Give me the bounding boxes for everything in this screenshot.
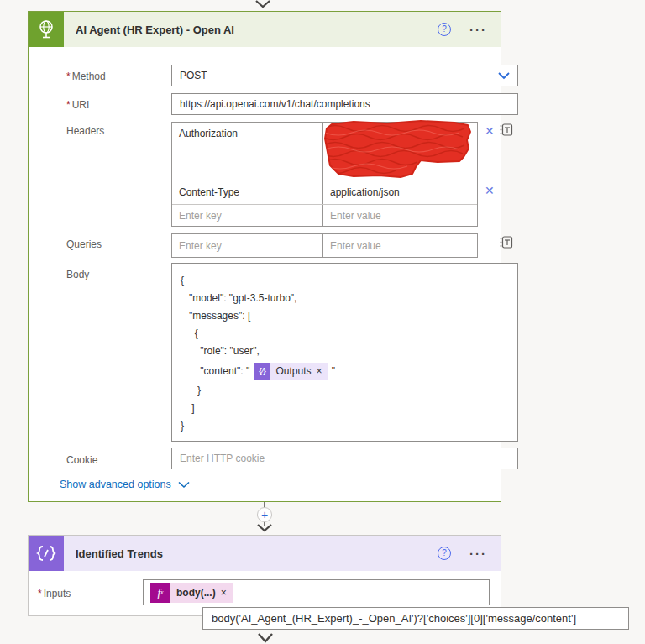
queries-table xyxy=(171,233,478,258)
chevron-down-icon[interactable] xyxy=(497,71,511,80)
body-code-line: "messages": [ xyxy=(181,307,517,325)
ellipsis-menu-icon[interactable]: ··· xyxy=(469,23,487,37)
method-value: POST xyxy=(180,70,207,81)
connector-arrow-icon xyxy=(256,522,273,532)
compose-card-header[interactable]: Identified Trends ? ··· xyxy=(29,536,501,571)
body-code-line: "model": "gpt-3.5-turbo", xyxy=(181,290,517,307)
method-label: *Method xyxy=(66,71,106,82)
connector-arrow-top-icon xyxy=(254,0,271,8)
help-icon[interactable]: ? xyxy=(438,23,451,36)
header-key-cell xyxy=(172,205,323,226)
show-advanced-options-link[interactable]: Show advanced options xyxy=(60,479,190,490)
expression-token-label: body(...) xyxy=(176,587,216,599)
header-key-cell[interactable]: Content-Type xyxy=(172,181,323,204)
http-card-header[interactable]: AI Agent (HR Expert) - Open AI ? ··· xyxy=(29,12,501,47)
body-editor[interactable]: { "model": "gpt-3.5-turbo", "messages": … xyxy=(171,263,518,442)
body-code-line: { xyxy=(181,325,517,343)
body-code-line-content: "content": " {∕} Outputs × " xyxy=(181,360,517,382)
compose-braces-icon xyxy=(29,536,64,571)
headers-label: Headers xyxy=(66,125,104,137)
query-row-empty xyxy=(172,234,477,257)
remove-token-icon[interactable]: × xyxy=(317,363,322,380)
expression-tooltip: body('AI_Agent_(HR_Expert)_-_Open_AI')?[… xyxy=(202,607,629,630)
headers-table: Authorization xyxy=(171,122,478,227)
header-row-content-type: Content-Type application/json xyxy=(172,181,477,204)
delete-header-row-icon[interactable]: ✕ xyxy=(485,185,495,196)
help-icon[interactable]: ? xyxy=(438,547,451,560)
method-dropdown[interactable]: POST xyxy=(171,65,518,86)
cookie-field xyxy=(171,448,518,469)
token-label: Outputs xyxy=(275,363,311,380)
compose-card-title: Identified Trends xyxy=(76,547,163,560)
inputs-field[interactable]: fx body(...) × xyxy=(143,579,490,605)
inputs-label: *Inputs xyxy=(38,588,71,599)
dynamic-content-icon: {∕} xyxy=(254,363,270,380)
query-key-input[interactable] xyxy=(179,236,316,255)
queries-label: Queries xyxy=(66,238,102,250)
ellipsis-menu-icon[interactable]: ··· xyxy=(469,547,487,561)
connector-arrow-bottom-icon xyxy=(257,632,274,643)
body-code-line: ] xyxy=(181,400,517,417)
body-label: Body xyxy=(66,269,89,280)
chevron-down-icon xyxy=(178,481,190,489)
query-value-input[interactable] xyxy=(330,236,470,255)
switch-headers-text-mode-icon[interactable] xyxy=(500,123,513,139)
delete-header-row-icon[interactable]: ✕ xyxy=(485,125,495,137)
uri-input[interactable]: https://api.openai.com/v1/chat/completio… xyxy=(171,93,518,115)
uri-label: *URI xyxy=(66,99,89,111)
cookie-label: Cookie xyxy=(66,454,97,466)
header-key-input[interactable] xyxy=(179,207,316,224)
header-value-input[interactable] xyxy=(330,207,470,224)
http-action-card: AI Agent (HR Expert) - Open AI ? ··· *Me… xyxy=(28,11,501,502)
body-code-line: "role": "user", xyxy=(181,343,517,360)
header-value-cell[interactable] xyxy=(323,123,477,181)
flow-designer-canvas: AI Agent (HR Expert) - Open AI ? ··· *Me… xyxy=(0,0,645,644)
header-value-cell xyxy=(323,205,477,226)
header-row-authorization: Authorization xyxy=(172,123,477,181)
body-code-line: { xyxy=(181,272,517,290)
uri-value: https://api.openai.com/v1/chat/completio… xyxy=(180,98,370,110)
switch-queries-text-mode-icon[interactable] xyxy=(500,235,513,252)
remove-token-icon[interactable]: × xyxy=(221,587,227,599)
header-value-cell[interactable]: application/json xyxy=(323,181,477,204)
advanced-link-label: Show advanced options xyxy=(60,479,171,490)
expression-token[interactable]: fx body(...) × xyxy=(150,583,233,603)
http-globe-icon xyxy=(29,12,64,47)
query-key-cell xyxy=(172,234,323,257)
content-prefix: "content": " xyxy=(181,363,252,380)
fx-expression-icon: fx xyxy=(150,583,170,603)
body-code-line: } xyxy=(181,382,517,400)
header-key-cell[interactable]: Authorization xyxy=(172,123,323,181)
body-code-line: } xyxy=(181,417,517,435)
content-suffix: " xyxy=(329,363,336,380)
query-value-cell xyxy=(323,234,477,257)
cookie-input[interactable] xyxy=(172,448,517,469)
redacted-secret-scribble xyxy=(320,118,475,185)
http-card-title: AI Agent (HR Expert) - Open AI xyxy=(76,24,234,36)
insert-step-button[interactable]: + xyxy=(257,507,272,522)
outputs-dynamic-token[interactable]: {∕} Outputs × xyxy=(254,363,327,380)
header-row-empty xyxy=(172,204,477,226)
